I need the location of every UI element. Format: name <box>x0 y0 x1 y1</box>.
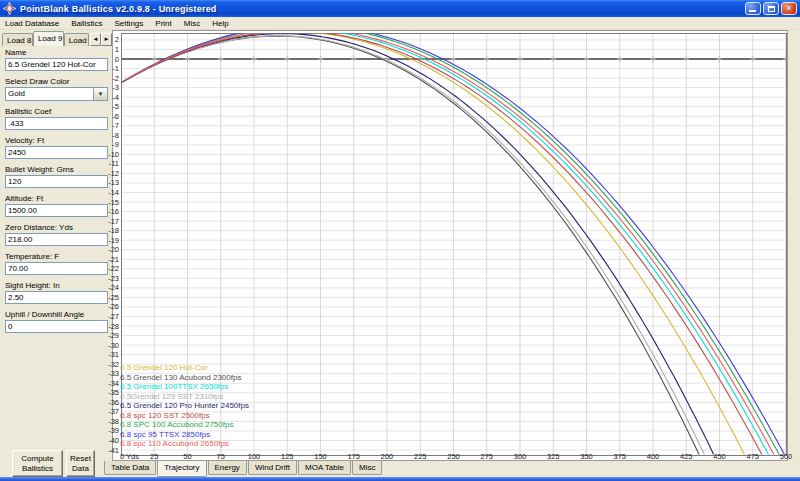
tab-moa-table[interactable]: MOA Table <box>298 461 351 475</box>
draw-color-label: Select Draw Color <box>5 77 109 86</box>
altitude-input[interactable] <box>5 204 108 217</box>
minimize-button[interactable] <box>745 2 761 15</box>
sight-height-group: Sight Height: In <box>5 281 109 304</box>
temperature-label: Temperature: F <box>5 252 109 261</box>
legend-item: 6.5 Grendel 120 Pro Hunter 2450fps <box>120 401 249 411</box>
altitude-label: Altitude: Ft <box>5 194 109 203</box>
tab-table-data[interactable]: Table Data <box>104 461 156 475</box>
draw-color-select[interactable]: Gold ▼ <box>5 87 108 101</box>
legend-item: 6.5 Grendel 100TTSX 2650fps <box>120 382 249 392</box>
legend-item: 6.8 spc 110 Accubond 2650fps <box>120 439 249 449</box>
tab-energy[interactable]: Energy <box>208 461 247 475</box>
load-tabstrip: Load 8 Load 9 Load ◄ ► <box>2 31 112 46</box>
bullet-weight-input[interactable] <box>5 175 108 188</box>
tab-scroll-right-button[interactable]: ► <box>101 33 112 46</box>
legend-item: 6.8 SPC 100 Accubond 2750fps <box>120 420 249 430</box>
menu-item-load-database[interactable]: Load Database <box>0 18 66 29</box>
tab-trajectory[interactable]: Trajectory <box>157 461 206 477</box>
legend-item: 6.8 spc 95 TTSX 2850fps <box>120 430 249 440</box>
close-button[interactable]: × <box>781 2 797 15</box>
temperature-group: Temperature: F <box>5 252 109 275</box>
tab-misc[interactable]: Misc <box>352 461 382 475</box>
legend-item: 6.5Grendel 129 SST 2310fps <box>120 392 249 402</box>
draw-color-value: Gold <box>6 88 107 99</box>
uphill-angle-group: Uphill / Downhill Angle <box>5 310 109 333</box>
taskbar-strip <box>0 477 800 481</box>
legend-item: 6.8 spc 120 SST 2500fps <box>120 411 249 421</box>
bullet-weight-group: Bullet Weight: Grns <box>5 165 109 188</box>
ballistic-coef-label: Ballistic Coef <box>5 107 109 116</box>
name-field-group: Name <box>5 48 109 71</box>
altitude-group: Altitude: Ft <box>5 194 109 217</box>
restore-button[interactable] <box>763 2 779 15</box>
velocity-label: Velocity: Ft <box>5 136 109 145</box>
name-label: Name <box>5 48 109 57</box>
name-input[interactable] <box>5 58 108 71</box>
zero-distance-group: Zero Distance: Yds <box>5 223 109 246</box>
window-titlebar: PointBlank Ballistics v2.0.9.8 - Unregis… <box>0 0 800 17</box>
sight-height-input[interactable] <box>5 291 108 304</box>
velocity-input[interactable] <box>5 146 108 159</box>
menu-item-ballistics[interactable]: Ballistics <box>66 18 109 29</box>
zero-distance-input[interactable] <box>5 233 108 246</box>
chevron-down-icon[interactable]: ▼ <box>93 88 107 100</box>
uphill-angle-label: Uphill / Downhill Angle <box>5 310 109 319</box>
zero-distance-label: Zero Distance: Yds <box>5 223 109 232</box>
load-tab-8[interactable]: Load 8 <box>2 33 33 46</box>
menubar: Load Database Ballistics Settings Print … <box>0 17 800 30</box>
temperature-input[interactable] <box>5 262 108 275</box>
compute-ballistics-button[interactable]: Compute Ballistics <box>12 450 63 477</box>
chart-legend: 6.5 Grendel 120 Hot-Cor6.5 Grendel 130 A… <box>120 363 249 449</box>
tab-scroll-left-button[interactable]: ◄ <box>90 33 101 46</box>
bottom-tabbar: Table Data Trajectory Energy Wind Drift … <box>104 461 800 477</box>
load-tab-9[interactable]: Load 9 <box>33 31 64 46</box>
draw-color-group: Select Draw Color Gold ▼ <box>5 77 109 101</box>
reset-data-button[interactable]: Reset Data <box>66 450 95 477</box>
velocity-group: Velocity: Ft <box>5 136 109 159</box>
sight-height-label: Sight Height: In <box>5 281 109 290</box>
ballistic-coef-input[interactable] <box>5 117 108 130</box>
menu-item-misc[interactable]: Misc <box>179 18 207 29</box>
window-title: PointBlank Ballistics v2.0.9.8 - Unregis… <box>20 4 217 14</box>
uphill-angle-input[interactable] <box>5 320 108 333</box>
menu-item-settings[interactable]: Settings <box>109 18 150 29</box>
legend-item: 6.5 Grendel 130 Acubond 2300fps <box>120 373 249 383</box>
app-icon <box>3 2 16 15</box>
tab-wind-drift[interactable]: Wind Drift <box>248 461 297 475</box>
menu-item-help[interactable]: Help <box>207 18 235 29</box>
bullet-weight-label: Bullet Weight: Grns <box>5 165 109 174</box>
load-tab-more[interactable]: Load <box>64 33 89 46</box>
legend-item: 6.5 Grendel 120 Hot-Cor <box>120 363 249 373</box>
ballistic-coef-group: Ballistic Coef <box>5 107 109 130</box>
menu-item-print[interactable]: Print <box>150 18 178 29</box>
